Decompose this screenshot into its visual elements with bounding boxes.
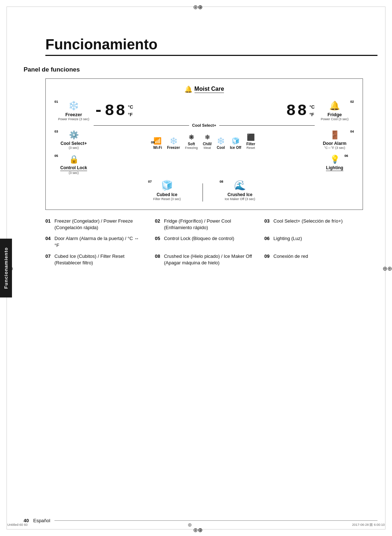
section-heading: Panel de funciones	[24, 66, 377, 73]
fridge-icon: 🔔	[329, 101, 340, 111]
control-lock-icon: 🔒	[69, 155, 79, 164]
ice-separator	[203, 183, 203, 202]
door-alarm-badge: 04	[350, 130, 354, 133]
filter-reset-icon: ⬛	[247, 133, 255, 141]
legend-text: Freezer (Congelador) / Power Freeze (Con…	[54, 218, 144, 231]
legend-num: 02	[155, 218, 162, 224]
legend-text: Conexión de red	[273, 253, 308, 260]
page-title: Funcionamiento	[45, 36, 377, 53]
legend-text: Lighting (Luz)	[273, 235, 302, 242]
lighting-control[interactable]: 06 💡 Lighting	[315, 154, 355, 171]
legend-item: 05Control Lock (Bloqueo de control)	[155, 235, 254, 248]
legend-text: Cool Select+ (Selección de frío+)	[273, 218, 343, 224]
wifi-badge: 09	[151, 141, 155, 144]
moist-care-header: 🔔 Moist Care	[54, 85, 355, 93]
door-alarm-sublabel: °C↔°F (3 sec)	[324, 146, 345, 150]
fridge-sublabel: Power Cool (3 sec)	[321, 117, 349, 121]
door-alarm-control[interactable]: 04 🚪 Door Alarm °C↔°F (3 sec)	[315, 130, 355, 150]
cubed-ice-sublabel: Filter Reset (3 sec)	[153, 197, 181, 201]
chill-meat-icon: ❄	[205, 133, 210, 141]
panel-middle-row: 03 ⚙️ Cool Select+ (3 sec) 09 📶 Wi-Fi ❄️…	[54, 130, 355, 150]
panel-ice-row: 07 🧊 Cubed Ice Filter Reset (3 sec) 08 🌊…	[54, 180, 355, 202]
control-lock-label: Control Lock	[60, 165, 87, 171]
freezer-temp-display: -88 °C °F	[94, 103, 133, 119]
cool-select-control[interactable]: 03 ⚙️ Cool Select+ (3 sec)	[54, 130, 94, 150]
legend-grid: 01Freezer (Congelador) / Power Freeze (C…	[45, 218, 363, 266]
fridge-digits: 88	[286, 103, 309, 119]
cubed-ice-icon: 🧊	[161, 180, 173, 191]
lighting-badge: 06	[344, 154, 348, 158]
fridge-label: Fridge	[327, 112, 342, 117]
legend-text: Crushed Ice (Hielo picado) / Ice Maker O…	[164, 253, 254, 266]
cool-select-label2: Cool Select+	[61, 141, 87, 146]
freezer-control[interactable]: 01 ❄️ Freezer Power Freeze (3 sec)	[54, 100, 94, 121]
cool-select-bar: Cool Select+	[94, 123, 315, 127]
crosshair-bottom-center: ⊕	[188, 522, 192, 528]
legend-item: 08Crushed Ice (Hielo picado) / Ice Maker…	[155, 253, 254, 266]
middle-icons-row: 09 📶 Wi-Fi ❄️ Freezer ❋ Soft Freezing	[97, 133, 311, 150]
crushed-ice-icon: 🌊	[234, 180, 246, 191]
freezer-mid-control[interactable]: ❄️ Freezer	[167, 137, 180, 150]
fridge-badge: 02	[350, 100, 354, 103]
legend-num: 01	[45, 218, 53, 224]
legend-num: 04	[45, 235, 53, 242]
legend-item: 02Fridge (Frigorífico) / Power Cool (Enf…	[155, 218, 254, 231]
door-alarm-label: Door Alarm	[323, 141, 347, 146]
cool-select-sublabel: (3 sec)	[69, 146, 79, 150]
moist-care-label: Moist Care	[195, 86, 224, 93]
freezer-badge: 01	[54, 100, 58, 103]
chill-meat-sublabel: Meat	[204, 146, 211, 150]
cool-select-label: Cool Select+	[189, 123, 219, 127]
cool-control[interactable]: ❄️ Cool	[217, 137, 225, 150]
freezer-icon: ❄️	[68, 101, 79, 111]
freezer-digits: -88	[94, 103, 127, 119]
chill-meat-control[interactable]: ❄ Chill/ Meat	[203, 133, 212, 150]
crosshair-top: ⊕	[193, 4, 199, 9]
cubed-ice-control[interactable]: 07 🧊 Cubed Ice Filter Reset (3 sec)	[153, 180, 181, 201]
filter-reset-label: Filter	[246, 142, 255, 146]
panel-top-row: 01 ❄️ Freezer Power Freeze (3 sec) -88 °…	[54, 100, 355, 121]
chill-meat-label: Chill/	[203, 142, 212, 146]
freezer-mid-label: Freezer	[167, 146, 180, 150]
fridge-control[interactable]: 02 🔔 Fridge Power Cool (3 sec)	[315, 100, 355, 121]
legend-item: 04Door Alarm (Alarma de la puerta) / °C …	[45, 235, 144, 248]
legend-item: 09Conexión de red	[264, 253, 363, 266]
legend-num: 06	[264, 235, 271, 242]
legends-section: 01Freezer (Congelador) / Power Freeze (C…	[45, 218, 363, 266]
cubed-ice-label: Cubed Ice	[156, 192, 177, 197]
wifi-control[interactable]: 09 📶 Wi-Fi	[153, 137, 162, 150]
lighting-label: Lighting	[326, 165, 343, 171]
filter-reset-control[interactable]: ⬛ Filter Reset	[246, 133, 255, 150]
panel-third-row: 05 🔒 Control Lock (3 sec) 06 💡 Lighting	[54, 154, 355, 175]
panel-box: 🔔 Moist Care 01 ❄️ Freezer Power Freeze …	[45, 78, 363, 210]
crosshair-right: ⊕	[383, 265, 388, 271]
ice-off-label: Ice Off	[230, 146, 241, 150]
legend-num: 05	[155, 235, 162, 242]
footer-right-text: 2017-06-28 圆 6:00:10	[352, 523, 385, 527]
legend-num: 07	[45, 253, 53, 260]
soft-freezing-control[interactable]: ❋ Soft Freezing	[185, 133, 198, 150]
cool-icon: ❄️	[217, 137, 225, 145]
legend-num: 09	[264, 253, 271, 260]
freezer-mid-icon: ❄️	[170, 137, 177, 145]
freezer-label: Freezer	[65, 112, 82, 117]
legend-text: Fridge (Frigorífico) / Power Cool (Enfri…	[164, 218, 254, 231]
legend-text: Cubed Ice (Cubitos) / Filter Reset (Rest…	[54, 253, 144, 266]
footer-left-text: Untitled-60 60	[7, 523, 28, 527]
ice-off-icon: 🧊	[232, 137, 240, 145]
ice-off-control[interactable]: 🧊 Ice Off	[230, 137, 241, 150]
side-tab: Funcionamiento	[0, 239, 12, 297]
moist-care-icon: 🔔	[184, 85, 192, 93]
control-lock-control[interactable]: 05 🔒 Control Lock (3 sec)	[54, 154, 94, 175]
crushed-ice-badge: 08	[220, 180, 223, 183]
soft-freezing-sublabel: Freezing	[185, 146, 198, 150]
crushed-ice-label: Crushed Ice	[228, 192, 253, 197]
crushed-ice-sublabel: Ice Maker Off (3 sec)	[225, 197, 255, 201]
legend-item: 07Cubed Ice (Cubitos) / Filter Reset (Re…	[45, 253, 144, 266]
legend-text: Control Lock (Bloqueo de control)	[164, 235, 234, 242]
cool-select-icon: ⚙️	[69, 130, 79, 140]
crushed-ice-control[interactable]: 08 🌊 Crushed Ice Ice Maker Off (3 sec)	[225, 180, 255, 201]
filter-reset-sublabel: Reset	[246, 146, 255, 150]
legend-num: 08	[155, 253, 162, 260]
cubed-ice-badge: 07	[148, 180, 152, 183]
